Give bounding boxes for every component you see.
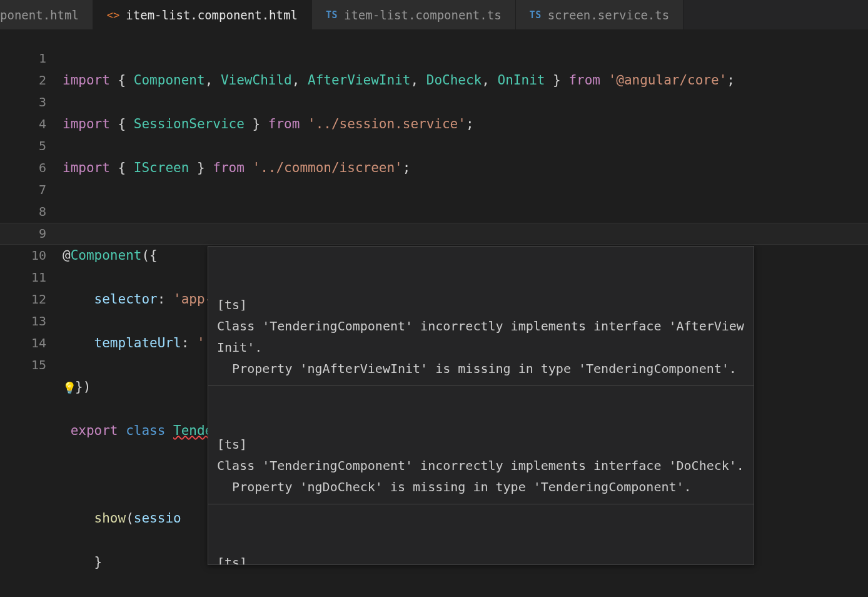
token-comma: , bbox=[292, 73, 300, 88]
token-property: templateUrl bbox=[94, 335, 181, 350]
line-number: 13 bbox=[0, 310, 46, 332]
line-number: 15 bbox=[0, 354, 46, 376]
line-number: 6 bbox=[0, 157, 46, 179]
token-param: sessio bbox=[134, 511, 181, 526]
token-brace: } bbox=[197, 160, 205, 175]
tab-screen-service-ts[interactable]: TS screen.service.ts bbox=[516, 0, 684, 29]
token-type: DoCheck bbox=[426, 73, 482, 88]
line-number: 8 bbox=[0, 201, 46, 223]
editor-area[interactable]: 1 2 3 4 5 6 7 8 9 10 11 12 13 14 15 impo… bbox=[0, 30, 868, 597]
tab-label: screen.service.ts bbox=[548, 8, 669, 22]
line-number: 9 bbox=[0, 223, 46, 245]
token-brace: { bbox=[118, 116, 126, 131]
line-number: 1 bbox=[0, 48, 46, 69]
line-number: 4 bbox=[0, 113, 46, 135]
line-number: 5 bbox=[0, 135, 46, 157]
token-keyword: from bbox=[213, 160, 245, 175]
token-paren: ) bbox=[83, 379, 91, 394]
code-line: import { SessionService } from '../sessi… bbox=[63, 113, 736, 135]
token-comma: , bbox=[482, 73, 490, 88]
token-brace: { bbox=[118, 160, 126, 175]
token-type: SessionService bbox=[134, 116, 245, 131]
token-semi: ; bbox=[466, 116, 474, 131]
hover-error-block: [ts] Class 'TenderingComponent' incorrec… bbox=[208, 429, 754, 504]
token-keyword: from bbox=[568, 73, 600, 88]
code-content[interactable]: import { Component, ViewChild, AfterView… bbox=[63, 30, 736, 597]
token-brace: { bbox=[118, 73, 126, 88]
token-keyword: export bbox=[71, 423, 118, 438]
token-keyword: import bbox=[63, 116, 110, 131]
token-brace: } bbox=[253, 116, 261, 131]
line-number: 7 bbox=[0, 179, 46, 201]
token-brace: } bbox=[94, 554, 103, 569]
html-icon: <> bbox=[107, 9, 119, 21]
tab-label: item-list.component.ts bbox=[344, 8, 502, 22]
token-type: IScreen bbox=[134, 160, 189, 175]
token-keyword: import bbox=[63, 73, 110, 88]
token-property: selector bbox=[94, 292, 158, 307]
token-string: '../common/iscreen' bbox=[253, 160, 403, 175]
line-number: 10 bbox=[0, 245, 46, 267]
token-semi: ; bbox=[403, 160, 411, 175]
token-keyword: from bbox=[268, 116, 300, 131]
token-colon: : bbox=[181, 335, 189, 350]
token-colon: : bbox=[158, 292, 166, 307]
line-number: 14 bbox=[0, 332, 46, 354]
line-number-gutter: 1 2 3 4 5 6 7 8 9 10 11 12 13 14 15 bbox=[0, 30, 63, 597]
token-keyword: import bbox=[63, 160, 110, 175]
hover-error-block: [ts] Class 'TenderingComponent' incorrec… bbox=[208, 289, 754, 386]
ts-icon: TS bbox=[530, 9, 542, 21]
token-decorator: Component bbox=[71, 248, 142, 263]
tab-bar: ponent.html <> item-list.component.html … bbox=[0, 0, 868, 30]
hover-error-block: [ts] Class 'TenderingComponent' incorrec… bbox=[208, 547, 754, 565]
token-function: show bbox=[94, 511, 126, 526]
lightbulb-icon[interactable]: 💡 bbox=[63, 377, 75, 399]
tab-label: item-list.component.html bbox=[126, 8, 298, 22]
line-number: 11 bbox=[0, 267, 46, 288]
token-type: OnInit bbox=[498, 73, 545, 88]
token-at: @ bbox=[63, 248, 71, 263]
token-brace: } bbox=[75, 379, 83, 394]
token-paren: ( bbox=[126, 511, 134, 526]
code-line bbox=[63, 201, 736, 223]
line-number: 12 bbox=[0, 288, 46, 310]
line-number: 2 bbox=[0, 69, 46, 91]
tab-component-html-partial[interactable]: ponent.html bbox=[0, 0, 93, 29]
token-type: AfterViewInit bbox=[308, 73, 410, 88]
token-type: ViewChild bbox=[221, 73, 292, 88]
token-keyword: class bbox=[126, 423, 165, 438]
token-paren: ( bbox=[141, 248, 149, 263]
token-comma: , bbox=[205, 73, 213, 88]
hover-error-widget[interactable]: [ts] Class 'TenderingComponent' incorrec… bbox=[208, 246, 754, 565]
token-type: Component bbox=[134, 73, 205, 88]
code-line: import { Component, ViewChild, AfterView… bbox=[63, 69, 736, 91]
token-comma: , bbox=[410, 73, 418, 88]
token-brace: } bbox=[553, 73, 561, 88]
ts-icon: TS bbox=[326, 9, 338, 21]
tab-label: ponent.html bbox=[0, 8, 79, 22]
token-string: '../session.service' bbox=[308, 116, 466, 131]
token-semi: ; bbox=[727, 73, 735, 88]
token-string: '@angular/core' bbox=[608, 73, 727, 88]
tab-item-list-component-html[interactable]: <> item-list.component.html bbox=[93, 0, 312, 29]
code-line: import { IScreen } from '../common/iscre… bbox=[63, 157, 736, 179]
tab-item-list-component-ts[interactable]: TS item-list.component.ts bbox=[312, 0, 516, 29]
token-brace: { bbox=[149, 248, 158, 263]
line-number: 3 bbox=[0, 91, 46, 113]
